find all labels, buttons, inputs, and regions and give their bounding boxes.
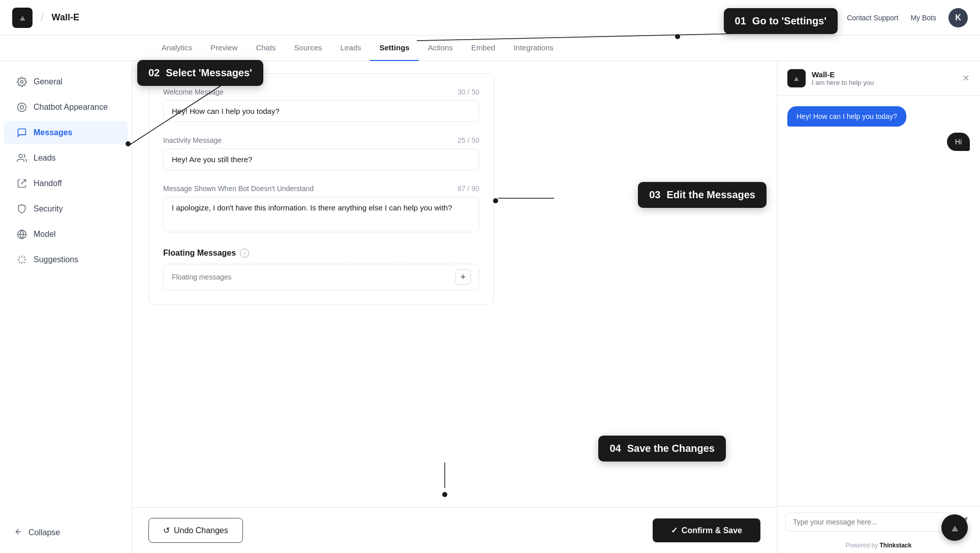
svg-line-13	[19, 262, 20, 263]
inactivity-message-group: Inactivity Message 25 / 50	[163, 136, 479, 170]
tab-chats[interactable]: Chats	[247, 36, 285, 61]
sidebar-item-suggestions[interactable]: Suggestions	[4, 248, 128, 271]
tab-sources[interactable]: Sources	[285, 36, 331, 61]
app-name: Wall-E	[52, 12, 79, 23]
messages-card: Welcome Message 30 / 50 Inactivity Messa…	[148, 73, 494, 305]
content-area: Welcome Message 30 / 50 Inactivity Messa…	[132, 61, 777, 553]
svg-line-10	[24, 262, 25, 263]
svg-point-1	[18, 103, 26, 112]
fab-button[interactable]: ⟁	[941, 514, 968, 541]
floating-messages-label: Floating Messages	[163, 249, 236, 258]
chat-close-button[interactable]: ✕	[962, 73, 970, 84]
brand-name: Thinkstack	[880, 542, 912, 549]
collapse-label: Collapse	[28, 528, 60, 537]
confirm-save-button[interactable]: ✓ Confirm & Save	[653, 518, 760, 542]
tab-integrations[interactable]: Integrations	[504, 36, 562, 61]
fallback-message-count: 87 / 90	[457, 185, 479, 193]
chat-bot-status: I am here to help you	[812, 79, 956, 86]
callout-03-num: 03	[649, 189, 660, 201]
svg-line-9	[19, 257, 20, 258]
inactivity-message-label: Inactivity Message	[163, 136, 222, 144]
tab-leads[interactable]: Leads	[331, 36, 371, 61]
inactivity-message-count: 25 / 50	[457, 136, 479, 144]
chat-bot-name: Wall-E	[812, 70, 956, 79]
sidebar: General Chatbot Appearance Messages Lead…	[0, 61, 132, 553]
callout-02-num: 02	[148, 67, 160, 79]
tab-embed[interactable]: Embed	[462, 36, 505, 61]
header-right: Contact Support My Bots K	[847, 8, 968, 27]
svg-point-2	[20, 106, 24, 109]
gear-icon	[16, 76, 27, 87]
sidebar-item-chatbot-appearance[interactable]: Chatbot Appearance	[4, 96, 128, 119]
add-floating-message-button[interactable]: +	[455, 269, 471, 285]
welcome-label-row: Welcome Message 30 / 50	[163, 88, 479, 96]
callout-04-text: Save the Changes	[627, 443, 715, 454]
floating-messages-input[interactable]	[172, 273, 451, 281]
chat-powered-by: Powered by Thinkstack	[777, 538, 980, 553]
leads-icon	[16, 152, 27, 164]
sidebar-item-model[interactable]: Model	[4, 223, 128, 246]
fallback-message-input[interactable]: I apologize, I don't have this informati…	[163, 197, 479, 232]
main-layout: General Chatbot Appearance Messages Lead…	[0, 61, 980, 553]
save-check-icon: ✓	[671, 526, 678, 535]
header-divider: /	[41, 12, 44, 23]
undo-changes-button[interactable]: ↺ Undo Changes	[148, 518, 243, 543]
welcome-message-input[interactable]	[163, 100, 479, 122]
chat-preview-panel: ⟁ Wall-E I am here to help you ✕ Hey! Ho…	[777, 61, 980, 553]
sidebar-bottom: Collapse	[0, 520, 132, 545]
security-icon	[16, 203, 27, 214]
sidebar-item-label-appearance: Chatbot Appearance	[34, 103, 108, 112]
sidebar-item-messages[interactable]: Messages	[4, 121, 128, 144]
sidebar-item-leads[interactable]: Leads	[4, 146, 128, 170]
fallback-message-label: Message Shown When Bot Doesn't Understan…	[163, 185, 314, 193]
floating-info-icon[interactable]: i	[240, 249, 249, 258]
inactivity-label-row: Inactivity Message 25 / 50	[163, 136, 479, 144]
callout-04-num: 04	[609, 443, 621, 454]
callout-01: 01 Go to 'Settings'	[724, 8, 838, 34]
svg-point-0	[21, 81, 23, 83]
suggestions-icon	[16, 254, 27, 265]
tab-actions[interactable]: Actions	[419, 36, 462, 61]
sidebar-item-label-leads: Leads	[34, 153, 56, 163]
svg-line-4	[21, 180, 25, 185]
chat-bot-avatar: ⟁	[787, 69, 806, 87]
collapse-button[interactable]: Collapse	[0, 520, 132, 545]
fallback-label-row: Message Shown When Bot Doesn't Understan…	[163, 185, 479, 193]
avatar[interactable]: K	[948, 8, 968, 27]
callout-03: 03 Edit the Messages	[638, 182, 767, 208]
chat-message-input[interactable]	[785, 512, 950, 532]
my-bots-link[interactable]: My Bots	[910, 14, 936, 22]
fallback-message-group: Message Shown When Bot Doesn't Understan…	[163, 185, 479, 234]
tab-preview[interactable]: Preview	[201, 36, 247, 61]
chat-bubble-bot: Hey! How can I help you today?	[787, 106, 906, 127]
welcome-message-label: Welcome Message	[163, 88, 224, 96]
callout-04: 04 Save the Changes	[598, 436, 726, 462]
callout-01-num: 01	[735, 15, 746, 27]
contact-support-link[interactable]: Contact Support	[847, 14, 898, 22]
action-bar: ↺ Undo Changes ✓ Confirm & Save	[132, 507, 777, 553]
inactivity-message-input[interactable]	[163, 148, 479, 170]
callout-02: 02 Select 'Messages'	[137, 60, 263, 86]
callout-03-text: Edit the Messages	[666, 189, 755, 201]
messages-icon	[16, 127, 27, 138]
callout-01-text: Go to 'Settings'	[752, 15, 826, 27]
model-icon	[16, 229, 27, 240]
sidebar-item-label-model: Model	[34, 230, 56, 239]
chat-header: ⟁ Wall-E I am here to help you ✕	[777, 61, 980, 96]
sidebar-item-handoff[interactable]: Handoff	[4, 172, 128, 195]
chat-bubble-user: Hi	[947, 133, 970, 151]
undo-icon: ↺	[163, 526, 170, 535]
floating-messages-section: Floating Messages i +	[163, 249, 479, 290]
tab-analytics[interactable]: Analytics	[152, 36, 201, 61]
callout-02-text: Select 'Messages'	[166, 67, 252, 79]
sidebar-item-general[interactable]: General	[4, 70, 128, 94]
save-label: Confirm & Save	[682, 526, 742, 535]
chat-messages: Hey! How can I help you today? Hi	[777, 96, 980, 506]
floating-input-row: +	[163, 264, 479, 290]
app-logo: ⟁	[12, 8, 33, 28]
appearance-icon	[16, 102, 27, 113]
chat-bot-info: Wall-E I am here to help you	[812, 70, 956, 86]
tab-settings[interactable]: Settings	[370, 36, 418, 61]
sidebar-item-security[interactable]: Security	[4, 197, 128, 221]
sidebar-item-label-handoff: Handoff	[34, 179, 62, 188]
